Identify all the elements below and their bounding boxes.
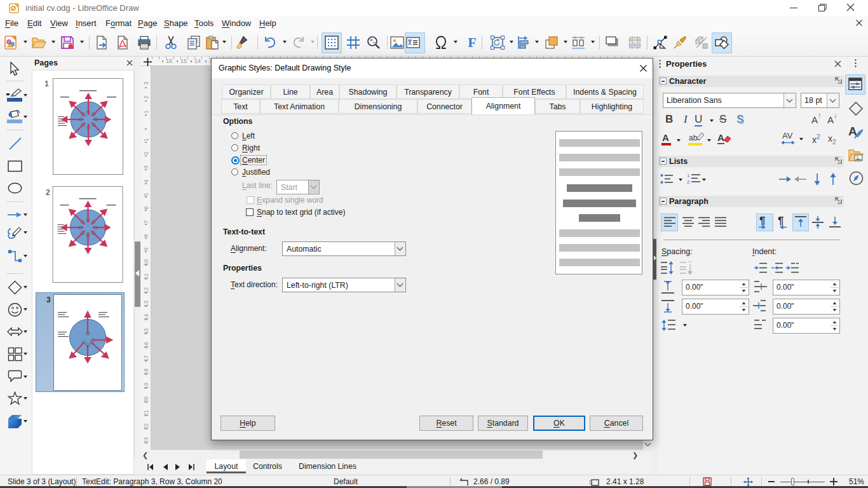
svg-text:1: 1 <box>687 173 690 179</box>
svg-text:2: 2 <box>687 179 690 185</box>
